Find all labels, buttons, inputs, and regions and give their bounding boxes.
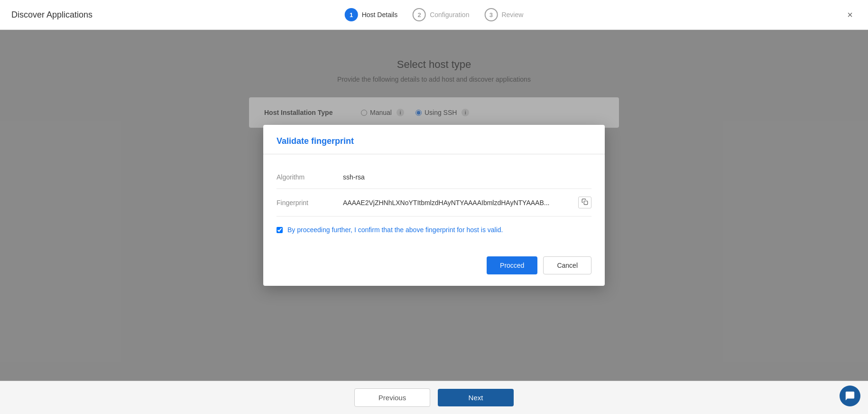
- confirm-text: By proceeding further, I confirm that th…: [287, 226, 503, 234]
- step-1[interactable]: 1 Host Details: [345, 8, 397, 21]
- step-3-circle: 3: [484, 8, 498, 21]
- modal-header: Validate fingerprint: [263, 125, 605, 154]
- step-1-label: Host Details: [362, 11, 397, 19]
- modal-title: Validate fingerprint: [277, 136, 354, 146]
- main-content: Select host type Provide the following d…: [0, 30, 868, 381]
- modal-footer: Procced Cancel: [263, 249, 605, 286]
- confirm-text-link: I confirm that the above fingerprint for…: [354, 226, 503, 234]
- modal-body: Algorithm ssh-rsa Fingerprint AAAAE2VjZH…: [263, 154, 605, 249]
- fingerprint-value: AAAAE2VjZHNhLXNoYTItbmlzdHAyNTYAAAAIbmlz…: [343, 199, 574, 207]
- footer: Previous Next: [0, 381, 868, 414]
- close-button[interactable]: ×: [843, 8, 857, 22]
- confirm-text-prefix: By proceeding further,: [287, 226, 354, 234]
- stepper: 1 Host Details 2 Configuration 3 Review: [345, 8, 524, 21]
- step-2-circle: 2: [413, 8, 426, 21]
- svg-rect-0: [584, 201, 588, 205]
- step-3-label: Review: [501, 11, 523, 19]
- confirm-checkbox[interactable]: [277, 227, 283, 233]
- validate-fingerprint-modal: Validate fingerprint Algorithm ssh-rsa F…: [263, 125, 605, 286]
- header: Discover Applications 1 Host Details 2 C…: [0, 0, 868, 30]
- algorithm-value: ssh-rsa: [343, 173, 591, 181]
- fingerprint-row: Fingerprint AAAAE2VjZHNhLXNoYTItbmlzdHAy…: [277, 189, 591, 216]
- step-3[interactable]: 3 Review: [484, 8, 523, 21]
- algorithm-row: Algorithm ssh-rsa: [277, 166, 591, 189]
- step-1-circle: 1: [345, 8, 358, 21]
- step-2[interactable]: 2 Configuration: [413, 8, 469, 21]
- step-2-label: Configuration: [430, 11, 469, 19]
- fingerprint-label: Fingerprint: [277, 199, 343, 207]
- proceed-button[interactable]: Procced: [487, 256, 537, 274]
- confirm-row: By proceeding further, I confirm that th…: [277, 216, 591, 237]
- previous-button[interactable]: Previous: [354, 388, 430, 407]
- cancel-button[interactable]: Cancel: [543, 256, 591, 274]
- next-button[interactable]: Next: [438, 389, 514, 406]
- copy-fingerprint-button[interactable]: [578, 197, 591, 208]
- algorithm-label: Algorithm: [277, 173, 343, 181]
- chat-icon[interactable]: [840, 386, 860, 406]
- app-title: Discover Applications: [11, 10, 92, 20]
- modal-overlay: Validate fingerprint Algorithm ssh-rsa F…: [0, 30, 868, 381]
